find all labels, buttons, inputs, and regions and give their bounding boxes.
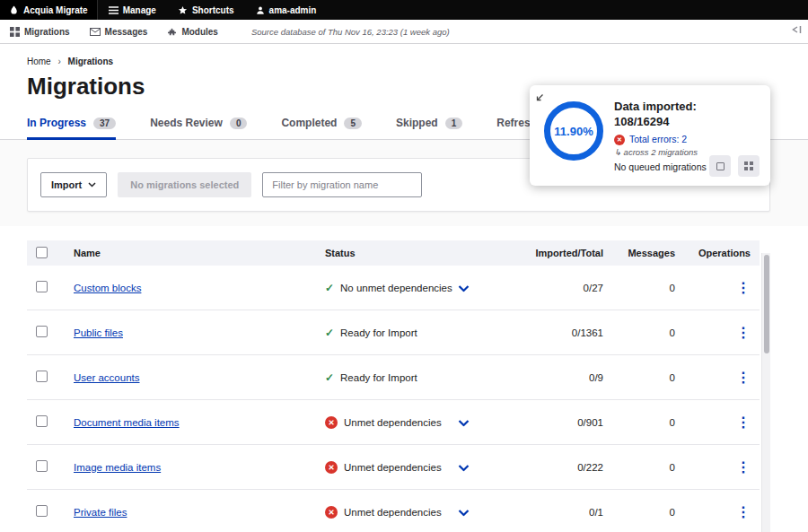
messages-cell: 0	[603, 507, 675, 518]
migration-name-link[interactable]: Public files	[74, 327, 123, 338]
operations-kebab-icon[interactable]: ⋮	[736, 504, 751, 519]
row-name-cell: Public files	[74, 327, 325, 338]
row-checkbox[interactable]	[36, 281, 48, 292]
imported-total-cell: 0/9	[505, 372, 603, 383]
migration-name-link[interactable]: Image media items	[74, 462, 161, 473]
tab-needs-review[interactable]: Needs Review 0	[150, 117, 247, 139]
operations-kebab-icon[interactable]: ⋮	[736, 280, 751, 295]
data-imported-fraction: 108/16294	[614, 115, 707, 130]
breadcrumb-separator: ›	[57, 57, 60, 66]
tab-label: Completed	[281, 117, 337, 129]
table-row: Custom blocks ✓ No unmet dependencies 0/…	[27, 266, 760, 310]
row-checkbox[interactable]	[36, 505, 48, 517]
migrations-table-body: Custom blocks ✓ No unmet dependencies 0/…	[27, 266, 760, 532]
column-header-status: Status	[325, 248, 505, 258]
stop-button[interactable]	[709, 155, 731, 177]
messages-cell: 0	[603, 462, 675, 473]
breadcrumb: Home › Migrations	[27, 57, 808, 66]
breadcrumb-home-link[interactable]: Home	[27, 57, 51, 66]
row-name-cell: Document media items	[74, 417, 325, 428]
grid-icon	[744, 161, 753, 170]
row-checkbox-cell	[27, 281, 74, 294]
topbar-item-manage[interactable]: Manage	[98, 0, 167, 20]
status-label: Ready for Import	[340, 372, 417, 383]
row-checkbox[interactable]	[36, 371, 48, 382]
toolbar-item-messages[interactable]: Messages	[80, 27, 158, 37]
chevron-down-icon[interactable]	[458, 507, 470, 518]
shortcuts-label: Shortcuts	[192, 5, 234, 15]
imported-total-cell: 0/901	[505, 417, 603, 428]
row-checkbox-cell	[27, 326, 74, 339]
migration-name-link[interactable]: Document media items	[74, 417, 180, 428]
tab-in-progress[interactable]: In Progress 37	[27, 117, 116, 139]
toolbar-item-migrations[interactable]: Migrations	[0, 27, 80, 37]
migration-name-link[interactable]: Private files	[74, 507, 127, 518]
tab-label: Needs Review	[150, 117, 223, 129]
acquia-droplet-icon	[9, 4, 19, 15]
table-row: User accounts ✓ Ready for Import 0/9 0 ⋮	[27, 355, 760, 400]
stop-icon	[716, 162, 725, 170]
row-status-cell: ✕ Unmet dependencies	[325, 506, 505, 519]
brand-label: Acquia Migrate	[23, 5, 88, 15]
import-dropdown-button[interactable]: Import	[40, 172, 107, 197]
toolbar-item-modules[interactable]: Modules	[157, 27, 228, 37]
user-icon	[256, 5, 265, 15]
operations-kebab-icon[interactable]: ⋮	[736, 459, 751, 475]
status-label: Unmet dependencies	[344, 462, 442, 473]
branch-arrow-icon: ↳	[614, 147, 624, 157]
row-operations-cell: ⋮	[675, 326, 760, 340]
progress-donut: 11.90%	[544, 101, 603, 161]
admin-topbar: Acquia Migrate Manage Shortcuts ama-admi…	[0, 0, 808, 20]
total-errors-link[interactable]: Total errors: 2	[629, 134, 687, 146]
chevron-down-icon[interactable]	[458, 283, 470, 293]
operations-kebab-icon[interactable]: ⋮	[736, 414, 751, 430]
errors-scope-text: across 2 migrations	[624, 147, 698, 157]
resize-arrow-icon[interactable]	[535, 90, 544, 106]
queue-status: No queued migrations	[614, 161, 707, 174]
operations-kebab-icon[interactable]: ⋮	[736, 370, 751, 385]
error-icon: ✕	[614, 135, 625, 145]
operations-kebab-icon[interactable]: ⋮	[736, 325, 751, 340]
progress-percent: 11.90%	[554, 125, 593, 138]
import-button-label: Import	[51, 179, 82, 190]
status-icon: ✕	[325, 506, 338, 519]
data-imported-title: Data imported:	[614, 100, 707, 115]
status-icon: ✓	[325, 371, 334, 384]
topbar-item-user[interactable]: ama-admin	[245, 0, 328, 20]
table-row: Image media items ✕ Unmet dependencies 0…	[27, 445, 760, 490]
row-checkbox[interactable]	[36, 460, 48, 472]
tab-label: Skipped	[396, 117, 438, 129]
acquia-migrate-brand[interactable]: Acquia Migrate	[0, 0, 98, 20]
row-operations-cell: ⋮	[675, 415, 760, 430]
row-checkbox[interactable]	[36, 415, 48, 427]
row-name-cell: Private files	[74, 507, 325, 518]
tab-count-badge: 5	[344, 118, 362, 129]
chevron-down-icon[interactable]	[458, 462, 470, 473]
grid-button[interactable]	[738, 155, 760, 177]
messages-cell: 0	[603, 283, 675, 293]
source-database-note: Source database of Thu Nov 16, 23:23 (1 …	[251, 27, 450, 37]
username-label: ama-admin	[269, 5, 317, 15]
hamburger-icon	[109, 6, 119, 14]
toolbar-collapse-icon[interactable]	[791, 25, 802, 36]
imported-total-cell: 0/1361	[505, 327, 603, 338]
tab-label: In Progress	[27, 117, 86, 129]
migration-name-link[interactable]: User accounts	[74, 372, 140, 383]
row-checkbox-cell	[27, 371, 74, 384]
imported-total-cell: 0/222	[505, 462, 603, 473]
table-scrollbar[interactable]	[761, 253, 770, 532]
row-operations-cell: ⋮	[675, 505, 760, 519]
select-all-checkbox[interactable]	[36, 247, 48, 258]
column-header-operations: Operations	[675, 248, 760, 258]
migration-filter-input[interactable]	[262, 172, 422, 197]
topbar-item-shortcuts[interactable]: Shortcuts	[167, 0, 245, 20]
row-status-cell: ✕ Unmet dependencies	[325, 461, 505, 474]
migration-name-link[interactable]: Custom blocks	[74, 283, 141, 293]
scrollbar-thumb[interactable]	[764, 255, 769, 353]
chevron-down-icon[interactable]	[458, 417, 470, 428]
tab-completed[interactable]: Completed 5	[281, 117, 362, 139]
secondary-toolbar: Migrations Messages Modules Source datab…	[0, 20, 808, 44]
imported-total-cell: 0/27	[505, 283, 603, 293]
tab-skipped[interactable]: Skipped 1	[396, 117, 462, 139]
row-checkbox[interactable]	[36, 326, 48, 337]
